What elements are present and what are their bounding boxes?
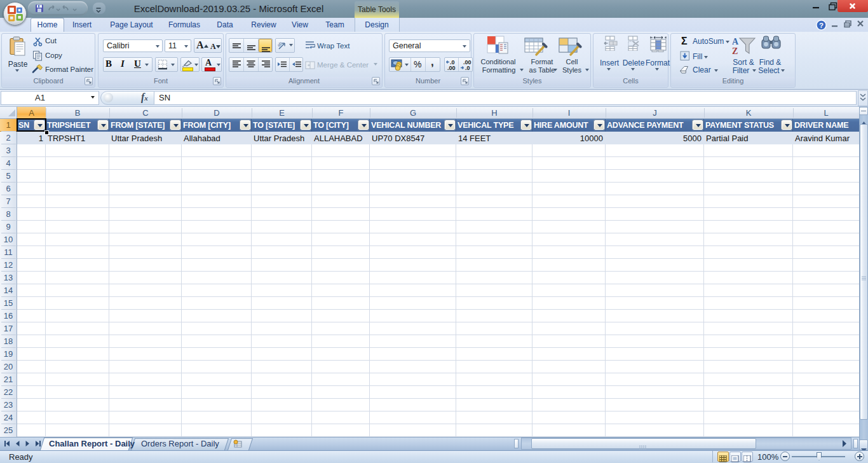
svg-text:ab: ab	[278, 41, 283, 48]
svg-text:.0: .0	[465, 65, 470, 71]
svg-text:?: ?	[819, 22, 824, 29]
svg-text:Z: Z	[732, 46, 738, 56]
svg-text:A: A	[732, 37, 739, 46]
svg-text:.00: .00	[447, 65, 456, 71]
